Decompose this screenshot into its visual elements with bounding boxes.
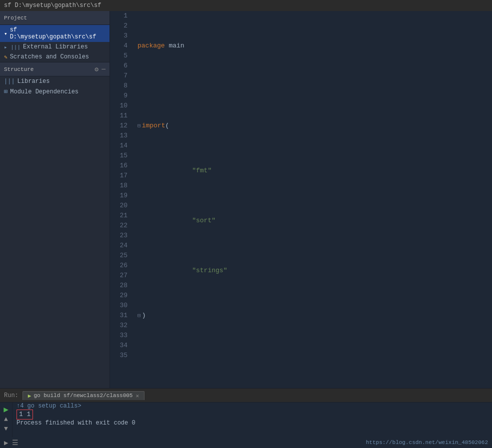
run-footer-controls: ▶ ☰: [4, 439, 18, 447]
line-num-13: 13: [114, 131, 128, 141]
line-num-19: 19: [114, 191, 128, 201]
line-num-34: 34: [114, 341, 128, 351]
run-footer: ▶ ☰ https://blog.csdn.net/weixin_4850206…: [0, 437, 492, 448]
run-tab-close-icon[interactable]: ✕: [136, 393, 139, 399]
sidebar-header-label: Project: [4, 15, 27, 21]
line-num-25: 25: [114, 251, 128, 261]
line-num-32: 32: [114, 321, 128, 331]
project-path: sf D:\mysetup\gopath\src\sf: [4, 2, 101, 9]
structure-settings-icon[interactable]: ⚙: [94, 65, 98, 73]
line-num-22: 22: [114, 221, 128, 231]
lib-icon: |||: [4, 78, 15, 85]
sidebar-project-label: sf D:\mysetup\gopath\src\sf: [10, 26, 106, 40]
code-content[interactable]: package main ⊟import ( "fmt" "sort": [132, 11, 492, 388]
deps-icon: ⊞: [4, 88, 8, 95]
run-footer-icon2[interactable]: ☰: [12, 439, 18, 447]
sidebar-item-libraries[interactable]: ||| Libraries: [0, 76, 110, 86]
run-body-area: ▶ ▲ ▼ ☰ ↗ ↑4 go setup calls> 1 1 Process…: [0, 403, 492, 437]
run-footer-icon1[interactable]: ▶: [4, 439, 8, 447]
run-controls: ▶ ▲ ▼ ☰ ↗: [0, 403, 12, 437]
run-status: Process finished with exit code 0: [16, 420, 488, 427]
line-num-33: 33: [114, 331, 128, 341]
run-status-text: Process finished with exit code 0: [16, 420, 136, 427]
line-num-3: 3: [114, 31, 128, 41]
run-tab-bar: Run: ▶ go build sf/newclass2/class005 ✕: [0, 389, 492, 403]
sidebar-item-module-deps[interactable]: ⊞ Module Dependencies: [0, 86, 110, 97]
output-box: 1 1: [16, 410, 33, 420]
sidebar-external-libs-label: External Libraries: [23, 43, 88, 50]
line-num-11: 11: [114, 111, 128, 121]
run-play-button[interactable]: ▶: [2, 406, 10, 414]
code-editor[interactable]: 1 2 3 4 5 6 7 8 9 10 11 12 13 14 15 16 1…: [110, 11, 492, 388]
structure-panel: Structure ⚙ — ||| Libraries ⊞ Module Dep…: [0, 62, 110, 388]
line-num-12: 12: [114, 121, 128, 131]
line-numbers: 1 2 3 4 5 6 7 8 9 10 11 12 13 14 15 16 1…: [110, 11, 132, 388]
line-num-31: 31: [114, 311, 128, 321]
run-url: https://blog.csdn.net/weixin_48502062: [366, 440, 488, 446]
line-num-21: 21: [114, 211, 128, 221]
run-label: Run:: [4, 392, 18, 399]
run-tab-label: go build sf/newclass2/class005: [34, 393, 132, 399]
line-num-26: 26: [114, 261, 128, 271]
run-command: ↑4 go setup calls>: [16, 403, 488, 410]
line-num-8: 8: [114, 81, 128, 91]
structure-close-icon[interactable]: —: [102, 65, 106, 73]
line-num-30: 30: [114, 301, 128, 311]
line-num-27: 27: [114, 271, 128, 281]
editor-area: 1 2 3 4 5 6 7 8 9 10 11 12 13 14 15 16 1…: [110, 11, 492, 388]
line-num-24: 24: [114, 241, 128, 251]
line-num-9: 9: [114, 91, 128, 101]
line-num-35: 35: [114, 351, 128, 361]
line-num-28: 28: [114, 281, 128, 291]
run-up-button[interactable]: ▲: [2, 416, 10, 423]
line-num-10: 10: [114, 101, 128, 111]
sidebar-item-project[interactable]: ▾ sf D:\mysetup\gopath\src\sf: [0, 25, 110, 42]
line-num-14: 14: [114, 141, 128, 151]
top-bar: sf D:\mysetup\gopath\src\sf: [0, 0, 492, 11]
scratches-icon: ✎: [4, 54, 8, 60]
folder-icon: ▾: [4, 30, 8, 37]
code-line-2: [138, 81, 487, 91]
run-icon: ▶: [28, 393, 32, 399]
line-num-16: 16: [114, 161, 128, 171]
sidebar-project-header: Project: [0, 11, 110, 25]
run-command-text: ↑4 go setup calls>: [16, 403, 82, 410]
code-line-1: package main: [138, 41, 487, 51]
run-output-line: 1 1: [16, 410, 488, 420]
run-down-button[interactable]: ▼: [2, 425, 10, 433]
code-line-7: ⊟): [138, 311, 487, 321]
code-line-8: [138, 351, 487, 361]
line-num-18: 18: [114, 181, 128, 191]
module-deps-label: Module Dependencies: [10, 88, 78, 95]
line-num-23: 23: [114, 231, 128, 241]
line-num-1: 1: [114, 11, 128, 21]
line-num-5: 5: [114, 51, 128, 61]
output-value: 1 1: [19, 410, 30, 419]
bottom-panel: Run: ▶ go build sf/newclass2/class005 ✕ …: [0, 388, 492, 448]
libraries-label: Libraries: [18, 78, 50, 85]
line-num-7: 7: [114, 71, 128, 81]
line-num-20: 20: [114, 201, 128, 211]
run-output: ↑4 go setup calls> 1 1 Process finished …: [12, 403, 492, 437]
line-num-29: 29: [114, 291, 128, 301]
structure-header: Structure ⚙ —: [0, 62, 110, 76]
sidebar: Project ▾ sf D:\mysetup\gopath\src\sf ▸ …: [0, 11, 110, 388]
line-num-17: 17: [114, 171, 128, 181]
sidebar-scratches-label: Scratches and Consoles: [10, 53, 89, 60]
code-line-4: "fmt": [138, 161, 487, 181]
structure-label: Structure: [4, 66, 34, 72]
code-line-3: ⊟import (: [138, 121, 487, 131]
run-tab[interactable]: ▶ go build sf/newclass2/class005 ✕: [22, 391, 144, 400]
line-num-4: 4: [114, 41, 128, 51]
sidebar-item-scratches[interactable]: ✎ Scratches and Consoles: [0, 52, 110, 62]
library-icon: ▸ |||: [4, 44, 20, 50]
code-line-5: "sort": [138, 211, 487, 231]
sidebar-item-external-libs[interactable]: ▸ ||| External Libraries: [0, 42, 110, 52]
line-num-2: 2: [114, 21, 128, 31]
line-num-15: 15: [114, 151, 128, 161]
line-num-6: 6: [114, 61, 128, 71]
code-line-6: "strings": [138, 261, 487, 281]
